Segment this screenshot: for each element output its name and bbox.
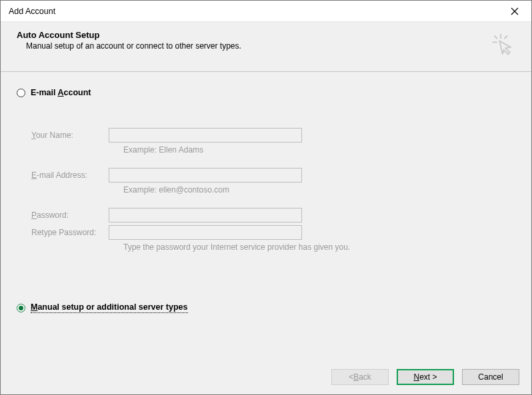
password-hint: Type the password your Internet service …: [123, 242, 515, 252]
wizard-title: Auto Account Setup: [17, 30, 490, 40]
wizard-button-bar: < Back Next > Cancel: [331, 369, 519, 385]
cursor-click-icon: [490, 33, 514, 57]
retype-password-label: Retype Password:: [31, 228, 109, 237]
back-button: < Back: [331, 369, 389, 385]
next-button[interactable]: Next >: [397, 369, 454, 385]
cancel-button[interactable]: Cancel: [462, 369, 519, 385]
manual-setup-label: Manual setup or additional server types: [31, 302, 188, 313]
close-icon: [511, 7, 519, 15]
radio-icon: [17, 304, 25, 312]
yourname-label: Your Name:: [31, 131, 109, 140]
email-account-label: E-mail Account: [31, 88, 91, 97]
window-title: Add Account: [9, 7, 505, 16]
titlebar: Add Account: [1, 1, 531, 22]
email-form: Your Name: Example: Ellen Adams E-mail A…: [31, 128, 515, 252]
radio-icon: [17, 89, 25, 97]
svg-line-5: [505, 36, 508, 39]
email-hint: Example: ellen@contoso.com: [123, 185, 515, 195]
wizard-header: Auto Account Setup Manual setup of an ac…: [1, 22, 531, 62]
svg-line-4: [494, 36, 497, 39]
email-label: E-mail Address:: [31, 171, 109, 180]
content-area: E-mail Account Your Name: Example: Ellen…: [1, 72, 531, 313]
password-input: [109, 208, 302, 222]
email-account-radio[interactable]: E-mail Account: [17, 88, 515, 97]
email-input: [109, 168, 302, 183]
close-button[interactable]: [505, 1, 525, 21]
manual-setup-radio[interactable]: Manual setup or additional server types: [17, 302, 515, 313]
yourname-input: [109, 128, 302, 143]
password-label: Password:: [31, 210, 109, 220]
wizard-subtitle: Manual setup of an account or connect to…: [26, 41, 490, 51]
retype-password-input: [109, 225, 302, 240]
yourname-hint: Example: Ellen Adams: [123, 145, 515, 155]
